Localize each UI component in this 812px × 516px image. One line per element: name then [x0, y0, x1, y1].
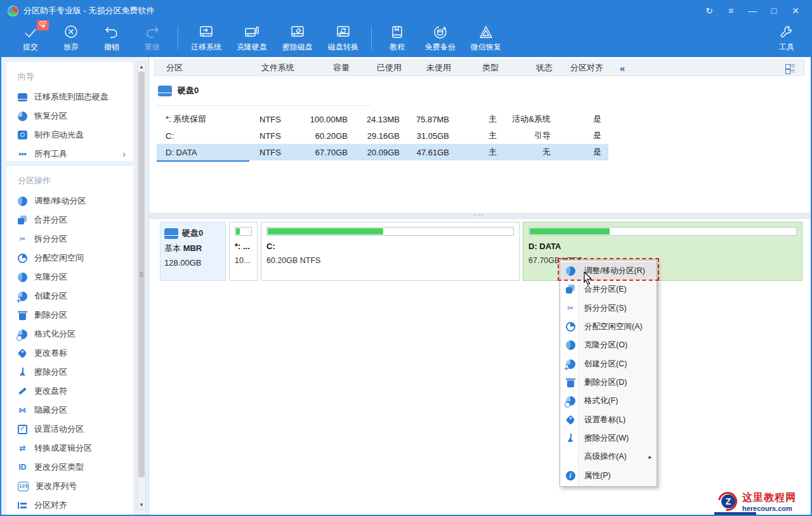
- menu-item-properties[interactable]: 属性(P): [560, 467, 657, 485]
- convert-drive-icon: [335, 24, 351, 41]
- usage-bar: [266, 227, 514, 236]
- disk-icon: [158, 86, 172, 96]
- sidebar-item-split[interactable]: ✂拆分分区: [6, 229, 133, 248]
- view-options-icon[interactable]: [785, 64, 795, 73]
- sidebar-item-set-active[interactable]: 设置活动分区: [6, 420, 133, 439]
- allocate-space-icon: [18, 254, 27, 263]
- tools-button[interactable]: 工具: [766, 20, 807, 56]
- undo-button[interactable]: 撤销: [91, 20, 132, 56]
- collapse-columns-icon[interactable]: «: [620, 63, 625, 74]
- col-unused[interactable]: 未使用: [404, 62, 454, 74]
- col-partition[interactable]: 分区: [159, 62, 254, 74]
- trash-icon: [566, 378, 575, 387]
- tag-icon: [565, 415, 575, 425]
- menu-item-clone[interactable]: 克隆分区(O): [560, 336, 657, 354]
- col-type[interactable]: 类型: [454, 62, 501, 74]
- app-window: 分区助手专业版 - 无损分区免费软件 ↻ ≡ — □ ✕ 02 提交 放弃 撤销…: [0, 0, 812, 516]
- sidebar-item-hide-partition[interactable]: ⋈隐藏分区: [6, 401, 133, 420]
- main-menu-icon[interactable]: ≡: [722, 4, 740, 18]
- scroll-up-icon[interactable]: ▲: [138, 63, 145, 71]
- sidebar-item-change-serial[interactable]: 123更改序列号: [6, 477, 133, 496]
- id-icon: ID: [18, 463, 27, 472]
- clone-disk-button[interactable]: 克隆硬盘: [229, 20, 275, 56]
- sidebar-scrollbar[interactable]: ▲ ▼: [137, 62, 146, 510]
- convert-logical-icon: ⇄: [18, 444, 27, 453]
- tag-icon: [18, 348, 28, 358]
- splitter-handle[interactable]: ···: [149, 213, 811, 219]
- menu-item-wipe[interactable]: 擦除分区(W): [560, 429, 657, 448]
- wechat-recovery-button[interactable]: 微信恢复: [463, 20, 509, 56]
- col-filesystem[interactable]: 文件系统: [254, 62, 301, 74]
- scrollbar-thumb[interactable]: [138, 72, 145, 477]
- sidebar-item-format-partition[interactable]: 格式化分区: [6, 325, 133, 344]
- toolbar: 02 提交 放弃 撤销 重做 迁移系统 克隆硬盘 擦除磁盘: [1, 20, 811, 57]
- table-row-system-reserved[interactable]: *: 系统保留NTFS100.00MB24.13MB75.87MB主活动&系统是: [157, 111, 608, 127]
- menu-item-format[interactable]: 格式化(F): [560, 392, 657, 410]
- active-partition-icon: [18, 425, 27, 434]
- sidebar-item-clone-partition[interactable]: 克隆分区: [6, 268, 133, 287]
- wipe-disk-button[interactable]: 擦除磁盘: [275, 20, 320, 56]
- create-partition-icon: [18, 292, 27, 301]
- close-button[interactable]: ✕: [787, 4, 804, 18]
- tutorial-button[interactable]: 教程: [377, 20, 417, 56]
- sidebar-item-change-label[interactable]: 更改卷标: [6, 344, 133, 363]
- maximize-button[interactable]: □: [765, 4, 783, 18]
- table-row-d-selected[interactable]: D: DATANTFS67.70GB20.09GB47.61GB主无是: [157, 144, 608, 160]
- sidebar-item-make-boot-disc[interactable]: 制作启动光盘: [6, 126, 133, 145]
- convert-disk-button[interactable]: 磁盘转换: [320, 20, 366, 56]
- sidebar-item-change-drive-letter[interactable]: 更改盘符: [6, 382, 133, 401]
- partition-block-c[interactable]: C: 60.20GB NTFS: [261, 222, 520, 281]
- menu-item-merge[interactable]: 合并分区(E): [560, 280, 657, 299]
- discard-button[interactable]: 放弃: [51, 20, 91, 56]
- sidebar-item-partition-align[interactable]: 分区对齐: [6, 496, 133, 515]
- refresh-icon[interactable]: ↻: [700, 4, 718, 18]
- erase-drive-icon: [289, 24, 306, 41]
- sidebar-item-create-partition[interactable]: 创建分区: [6, 287, 133, 306]
- col-used[interactable]: 已使用: [352, 62, 404, 74]
- disk-icon: [164, 228, 178, 239]
- partition-block-reserved[interactable]: *: ... 10...: [229, 222, 258, 281]
- title-bar: 分区助手专业版 - 无损分区免费软件 ↻ ≡ — □ ✕: [1, 1, 811, 20]
- book-icon: [389, 24, 405, 41]
- menu-item-resize-move[interactable]: 调整/移动分区(R): [560, 262, 657, 280]
- sidebar-item-wipe-partition[interactable]: 擦除分区: [6, 363, 133, 382]
- usage-bar: [528, 227, 797, 236]
- backup-icon: [432, 24, 449, 41]
- wizard-section: 向导 迁移系统到固态硬盘 恢复分区 制作启动光盘 ••• 所有工具 ›: [6, 62, 133, 161]
- toolbar-separator: [371, 27, 372, 49]
- sidebar-item-allocate-free-space[interactable]: 分配空闲空间: [6, 248, 133, 268]
- col-capacity[interactable]: 容量: [301, 62, 352, 74]
- sidebar-item-change-type-id[interactable]: ID更改分区类型: [6, 458, 133, 477]
- menu-item-set-label[interactable]: 设置卷标(L): [560, 411, 657, 429]
- sidebar-item-migrate-to-ssd[interactable]: 迁移系统到固态硬盘: [6, 87, 133, 106]
- menu-item-advanced[interactable]: 高级操作(A)▸: [560, 448, 657, 466]
- splitter-dots-icon: ···: [474, 211, 485, 219]
- menu-item-allocate[interactable]: 分配空闲空间(A): [560, 318, 657, 336]
- submit-button[interactable]: 02 提交: [10, 20, 51, 56]
- sidebar-item-resize-move[interactable]: 调整/移动分区: [6, 191, 133, 210]
- disk-group-underline: [157, 105, 371, 106]
- col-status[interactable]: 状态: [501, 62, 555, 74]
- disk-group-header[interactable]: 硬盘0: [158, 85, 199, 96]
- sidebar-item-recover-partition[interactable]: 恢复分区: [6, 106, 133, 126]
- migrate-system-button[interactable]: 迁移系统: [183, 20, 229, 56]
- partition-ops-title: 分区操作: [6, 172, 133, 191]
- scroll-down-icon[interactable]: ▼: [138, 501, 145, 509]
- table-row-c[interactable]: C:NTFS60.20GB29.16GB31.05GB主引导是: [157, 127, 608, 144]
- sidebar-item-merge[interactable]: 合并分区: [6, 210, 133, 229]
- sidebar-item-delete-partition[interactable]: 删除分区: [6, 306, 133, 325]
- merge-partition-icon: [566, 285, 575, 294]
- menu-item-delete[interactable]: 删除分区(D): [560, 373, 657, 392]
- mouse-cursor: [582, 271, 594, 285]
- sidebar-item-all-tools[interactable]: ••• 所有工具 ›: [6, 145, 133, 164]
- sidebar-item-convert-logical[interactable]: ⇄转换成逻辑分区: [6, 439, 133, 458]
- menu-item-create[interactable]: 创建分区(C): [560, 355, 657, 373]
- menu-item-split[interactable]: ✂拆分分区(S): [560, 299, 657, 318]
- toolbar-separator: [178, 27, 178, 49]
- minimize-button[interactable]: —: [743, 4, 761, 18]
- disk-info-block[interactable]: 硬盘0 基本 MBR 128.00GB: [160, 222, 226, 281]
- context-menu: 调整/移动分区(R) 合并分区(E) ✂拆分分区(S) 分配空闲空间(A) 克隆…: [560, 260, 657, 487]
- clone-partition-icon: [18, 273, 27, 282]
- col-alignment[interactable]: 分区对齐: [555, 62, 606, 74]
- free-backup-button[interactable]: 免费备份: [417, 20, 463, 56]
